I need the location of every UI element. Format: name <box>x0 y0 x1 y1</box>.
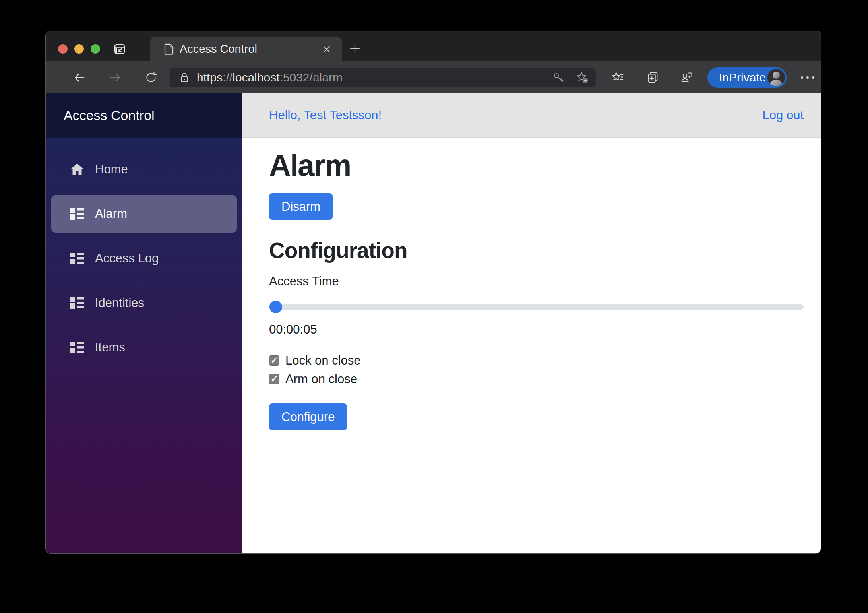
zoom-window-button[interactable] <box>91 44 100 54</box>
page-content: Alarm Disarm Configuration Access Time 0… <box>242 138 821 430</box>
titlebar: Access Control <box>46 31 821 61</box>
collections-icon[interactable] <box>647 71 659 84</box>
tab-title: Access Control <box>180 43 321 56</box>
access-time-value: 00:00:05 <box>269 322 804 337</box>
password-key-icon[interactable] <box>552 71 565 84</box>
page-title: Alarm <box>269 148 804 182</box>
favorites-icon[interactable] <box>611 71 624 84</box>
greeting-link[interactable]: Hello, Test Testsson! <box>269 108 382 122</box>
access-time-label: Access Time <box>269 274 804 289</box>
refresh-icon[interactable] <box>145 72 157 83</box>
sidebar-item-label: Items <box>95 340 125 355</box>
list-rich-icon <box>70 341 84 355</box>
inprivate-badge[interactable]: InPrivate <box>707 67 787 88</box>
page-body: Access Control Home <box>46 93 821 553</box>
home-icon <box>70 163 84 177</box>
access-time-slider[interactable] <box>269 298 804 316</box>
share-person-icon[interactable] <box>680 71 693 84</box>
forward-icon[interactable] <box>109 72 121 83</box>
window-controls <box>58 44 100 54</box>
arm-on-close-row: Arm on close <box>269 370 804 388</box>
configuration-heading: Configuration <box>269 238 804 263</box>
sidebar-item-label: Alarm <box>95 207 127 221</box>
configure-button[interactable]: Configure <box>269 403 347 430</box>
navigation-toolbar: https://localhost:5032/alarm <box>46 61 821 93</box>
checkbox-label: Lock on close <box>285 353 361 368</box>
browser-window: Access Control <box>45 31 821 554</box>
tab-actions-menu-icon[interactable] <box>114 43 126 55</box>
tab-close-icon[interactable] <box>321 44 332 55</box>
app-title: Access Control <box>64 108 155 123</box>
top-bar: Hello, Test Testsson! Log out <box>242 93 821 138</box>
url-text: https://localhost:5032/alarm <box>197 71 541 84</box>
sidebar-item-alarm[interactable]: Alarm <box>51 195 237 233</box>
sidebar-item-label: Home <box>95 162 128 177</box>
sidebar-item-label: Access Log <box>95 251 159 266</box>
profile-avatar <box>767 69 785 86</box>
add-favorite-star-icon[interactable] <box>576 71 589 84</box>
lock-on-close-row: Lock on close <box>269 351 804 370</box>
lock-on-close-checkbox[interactable] <box>269 355 279 366</box>
close-window-button[interactable] <box>58 44 68 54</box>
inprivate-label: InPrivate <box>719 71 767 84</box>
back-icon[interactable] <box>74 72 85 83</box>
slider-thumb[interactable] <box>269 301 282 313</box>
logout-link[interactable]: Log out <box>763 108 804 122</box>
list-rich-icon <box>70 207 84 221</box>
minimize-window-button[interactable] <box>74 44 84 54</box>
sidebar-item-identities[interactable]: Identities <box>51 284 237 322</box>
new-tab-button[interactable] <box>348 42 362 56</box>
browser-tab[interactable]: Access Control <box>150 37 342 61</box>
address-bar[interactable]: https://localhost:5032/alarm <box>170 68 596 87</box>
lock-icon <box>178 72 190 83</box>
tab-favicon-page-icon <box>162 43 175 56</box>
disarm-button[interactable]: Disarm <box>269 193 333 220</box>
sidebar-item-access-log[interactable]: Access Log <box>51 240 237 277</box>
sidebar-item-home[interactable]: Home <box>51 151 237 188</box>
sidebar-header: Access Control <box>46 93 242 138</box>
list-rich-icon <box>70 296 84 310</box>
settings-more-icon[interactable] <box>798 70 818 85</box>
sidebar-item-label: Identities <box>95 296 144 310</box>
sidebar-nav: Home Alarm <box>46 138 242 373</box>
screen: Access Control <box>0 0 868 613</box>
list-rich-icon <box>70 252 84 266</box>
main-area: Hello, Test Testsson! Log out Alarm Disa… <box>242 93 821 553</box>
arm-on-close-checkbox[interactable] <box>269 374 279 384</box>
sidebar-item-items[interactable]: Items <box>51 329 237 366</box>
checkbox-label: Arm on close <box>285 372 357 386</box>
slider-track <box>269 304 804 310</box>
checkbox-group: Lock on close Arm on close <box>269 351 804 388</box>
sidebar: Access Control Home <box>46 93 242 553</box>
